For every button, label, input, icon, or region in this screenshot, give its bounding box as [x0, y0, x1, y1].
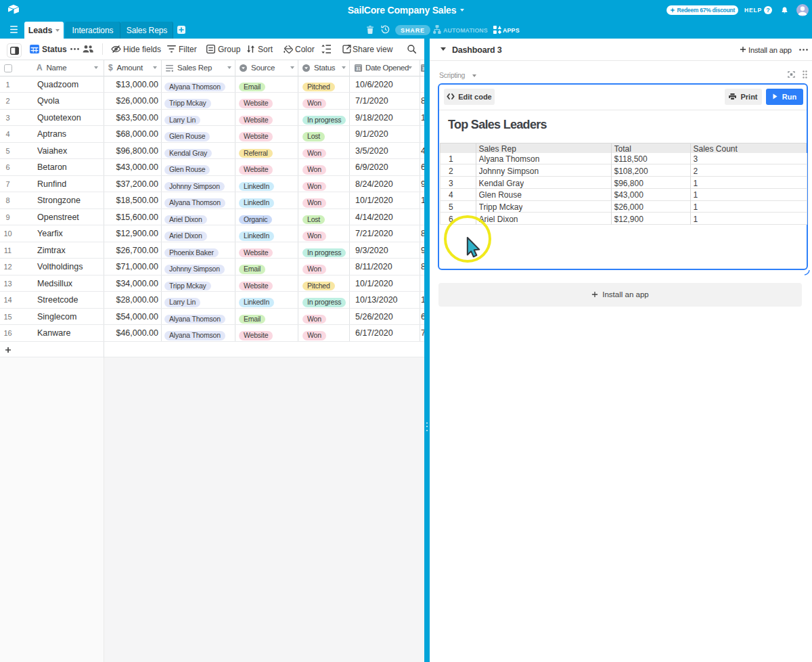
svg-text:31: 31 [356, 66, 361, 71]
